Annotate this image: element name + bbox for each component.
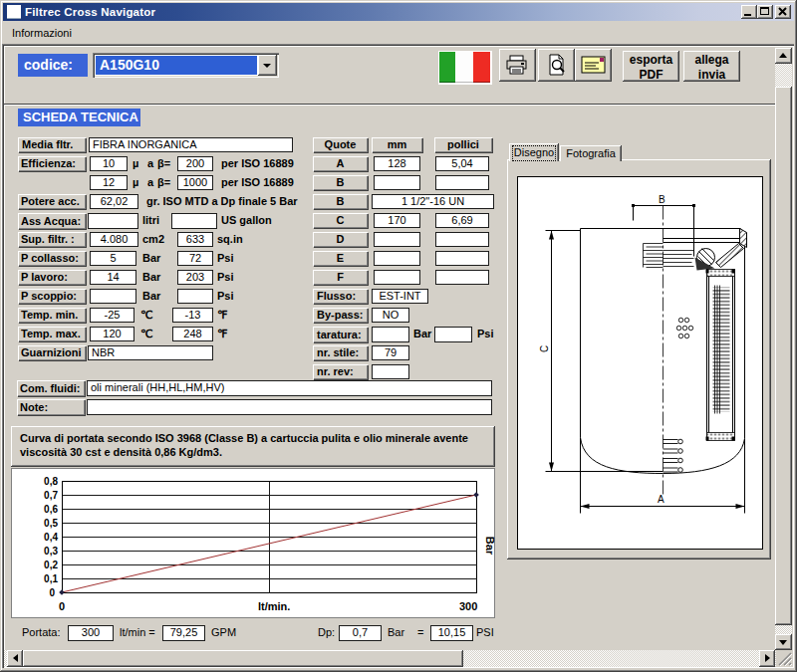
svg-text:0,2: 0,2 bbox=[44, 560, 58, 570]
svg-text:0,1: 0,1 bbox=[44, 573, 58, 584]
svg-text:B: B bbox=[659, 194, 665, 205]
svg-text:C: C bbox=[539, 345, 550, 352]
svg-text:0,7: 0,7 bbox=[44, 490, 58, 501]
svg-text:0,4: 0,4 bbox=[44, 532, 58, 543]
svg-text:lt/min.: lt/min. bbox=[258, 600, 290, 612]
svg-text:Bar: Bar bbox=[484, 537, 495, 556]
svg-text:0: 0 bbox=[49, 587, 55, 598]
svg-text:0,6: 0,6 bbox=[44, 504, 58, 515]
svg-text:0,5: 0,5 bbox=[44, 518, 58, 529]
svg-text:0,3: 0,3 bbox=[44, 546, 58, 557]
svg-text:0: 0 bbox=[59, 600, 65, 612]
svg-text:A: A bbox=[658, 494, 664, 505]
svg-text:0,8: 0,8 bbox=[44, 476, 58, 487]
svg-text:300: 300 bbox=[459, 600, 477, 612]
